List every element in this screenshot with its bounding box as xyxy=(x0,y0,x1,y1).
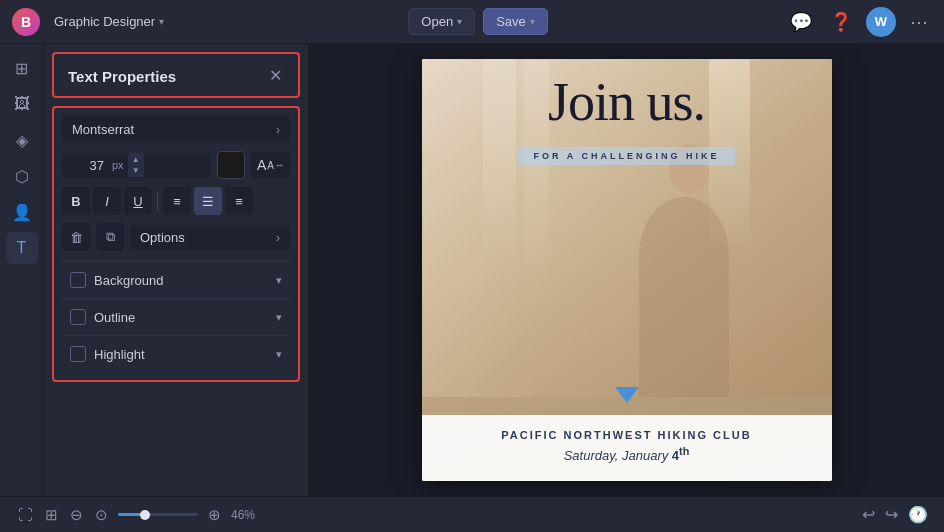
font-chevron-icon: › xyxy=(276,123,280,137)
panel-title: Text Properties xyxy=(68,68,176,85)
properties-panel: Text Properties ✕ Montserrat › px ▲ ▼ xyxy=(44,44,309,496)
left-toolbar: ⊞ 🖼 ◈ ⬡ 👤 T xyxy=(0,44,44,496)
location-marker-icon xyxy=(615,387,639,403)
outline-chevron-icon: ▾ xyxy=(276,311,282,324)
save-chevron-icon: ▾ xyxy=(530,16,535,27)
outline-label: Outline xyxy=(94,310,268,325)
bottom-bar: ⛶ ⊞ ⊖ ⊙ ⊕ 46% ↩ ↪ 🕐 xyxy=(0,496,944,532)
tool-home[interactable]: ⊞ xyxy=(6,52,38,84)
background-chevron-icon: ▾ xyxy=(276,274,282,287)
size-decrease-button[interactable]: ▼ xyxy=(132,165,140,176)
app-title-label: Graphic Designer xyxy=(54,14,155,29)
background-section: Background ▾ xyxy=(62,261,290,298)
help-button[interactable]: ❓ xyxy=(826,7,856,37)
zoom-level-label: 46% xyxy=(231,508,255,522)
canvas-container: Join us. FOR A CHALLENGING HIKE PACIFIC … xyxy=(422,59,832,481)
align-left-button[interactable]: ≡ xyxy=(163,187,191,215)
avatar[interactable]: W xyxy=(866,7,896,37)
canvas-image[interactable]: Join us. FOR A CHALLENGING HIKE PACIFIC … xyxy=(422,59,832,481)
topbar-left: B Graphic Designer ▾ xyxy=(12,8,170,36)
background-label: Background xyxy=(94,273,268,288)
outline-checkbox[interactable] xyxy=(70,309,86,325)
panel-close-button[interactable]: ✕ xyxy=(267,66,284,86)
zoom-slider[interactable] xyxy=(118,513,198,516)
zoom-controls: ⛶ ⊞ ⊖ ⊙ ⊕ 46% xyxy=(16,504,255,526)
text-case-button[interactable]: A A ↔ xyxy=(251,152,290,178)
club-name-text: PACIFIC NORTHWEST HIKING CLUB xyxy=(442,429,812,441)
join-us-text: Join us. xyxy=(442,75,812,129)
highlight-checkbox[interactable] xyxy=(70,346,86,362)
event-date-text: Saturday, January 4th xyxy=(442,445,812,463)
topbar-center: Open ▾ Save ▾ xyxy=(408,8,547,35)
zoom-in-button[interactable]: ⊕ xyxy=(206,504,223,526)
app-logo: B xyxy=(12,8,40,36)
subtitle-text: FOR A CHALLENGING HIKE xyxy=(518,147,736,165)
background-checkbox[interactable] xyxy=(70,272,86,288)
text-color-swatch[interactable] xyxy=(217,151,245,179)
zoom-slider-thumb xyxy=(140,510,150,520)
tool-people[interactable]: 👤 xyxy=(6,196,38,228)
size-increase-button[interactable]: ▲ xyxy=(132,154,140,165)
poster-bottom: PACIFIC NORTHWEST HIKING CLUB Saturday, … xyxy=(422,415,832,481)
outline-header[interactable]: Outline ▾ xyxy=(66,307,286,327)
outline-section: Outline ▾ xyxy=(62,298,290,335)
options-button[interactable]: Options › xyxy=(130,225,290,250)
align-right-button[interactable]: ≡ xyxy=(225,187,253,215)
font-selector[interactable]: Montserrat › xyxy=(62,116,290,143)
duplicate-button[interactable]: ⧉ xyxy=(96,223,124,251)
more-options-button[interactable]: ⋯ xyxy=(906,7,932,37)
tool-image[interactable]: 🖼 xyxy=(6,88,38,120)
italic-button[interactable]: I xyxy=(93,187,121,215)
redo-button[interactable]: ↪ xyxy=(885,505,898,524)
tool-layers[interactable]: ◈ xyxy=(6,124,38,156)
canvas-area: Join us. FOR A CHALLENGING HIKE PACIFIC … xyxy=(309,44,944,496)
format-row: B I U ≡ ☰ ≡ xyxy=(62,187,290,215)
font-name-label: Montserrat xyxy=(72,122,134,137)
topbar: B Graphic Designer ▾ Open ▾ Save ▾ 💬 ❓ W… xyxy=(0,0,944,44)
zoom-slider-fill xyxy=(118,513,142,516)
main-content: ⊞ 🖼 ◈ ⬡ 👤 T Text Properties ✕ Montserrat… xyxy=(0,44,944,496)
highlight-chevron-icon: ▾ xyxy=(276,348,282,361)
fit-button[interactable]: ⊞ xyxy=(43,504,60,526)
expand-button[interactable]: ⛶ xyxy=(16,504,35,525)
underline-button[interactable]: U xyxy=(124,187,152,215)
app-title-btn[interactable]: Graphic Designer ▾ xyxy=(48,10,170,33)
highlight-section: Highlight ▾ xyxy=(62,335,290,372)
size-unit-label: px xyxy=(112,159,128,171)
save-label: Save xyxy=(496,14,526,29)
zoom-reset-button[interactable]: ⊙ xyxy=(93,504,110,526)
size-arrows: ▲ ▼ xyxy=(128,153,144,177)
options-chevron-icon: › xyxy=(276,230,280,245)
app-title-chevron-icon: ▾ xyxy=(159,16,164,27)
format-separator xyxy=(157,191,158,211)
bold-button[interactable]: B xyxy=(62,187,90,215)
undo-button[interactable]: ↩ xyxy=(862,505,875,524)
background-header[interactable]: Background ▾ xyxy=(66,270,286,290)
tool-shapes[interactable]: ⬡ xyxy=(6,160,38,192)
open-button[interactable]: Open ▾ xyxy=(408,8,475,35)
options-row: 🗑 ⧉ Options › xyxy=(62,223,290,251)
tool-text[interactable]: T xyxy=(6,232,38,264)
bottom-actions: ↩ ↪ 🕐 xyxy=(862,505,928,524)
save-button[interactable]: Save ▾ xyxy=(483,8,548,35)
panel-content: Montserrat › px ▲ ▼ A A ↔ xyxy=(52,106,300,382)
size-row: px ▲ ▼ A A ↔ xyxy=(62,151,290,179)
highlight-label: Highlight xyxy=(94,347,268,362)
align-center-button[interactable]: ☰ xyxy=(194,187,222,215)
topbar-right: 💬 ❓ W ⋯ xyxy=(786,7,932,37)
delete-button[interactable]: 🗑 xyxy=(62,223,90,251)
size-input-wrap: px ▲ ▼ xyxy=(62,153,211,178)
panel-header: Text Properties ✕ xyxy=(52,52,300,98)
poster-background: Join us. FOR A CHALLENGING HIKE PACIFIC … xyxy=(422,59,832,481)
font-size-input[interactable] xyxy=(62,153,112,178)
history-button[interactable]: 🕐 xyxy=(908,505,928,524)
zoom-slider-wrap xyxy=(118,513,198,516)
zoom-out-button[interactable]: ⊖ xyxy=(68,504,85,526)
chat-button[interactable]: 💬 xyxy=(786,7,816,37)
open-chevron-icon: ▾ xyxy=(457,16,462,27)
options-label: Options xyxy=(140,230,185,245)
open-label: Open xyxy=(421,14,453,29)
highlight-header[interactable]: Highlight ▾ xyxy=(66,344,286,364)
